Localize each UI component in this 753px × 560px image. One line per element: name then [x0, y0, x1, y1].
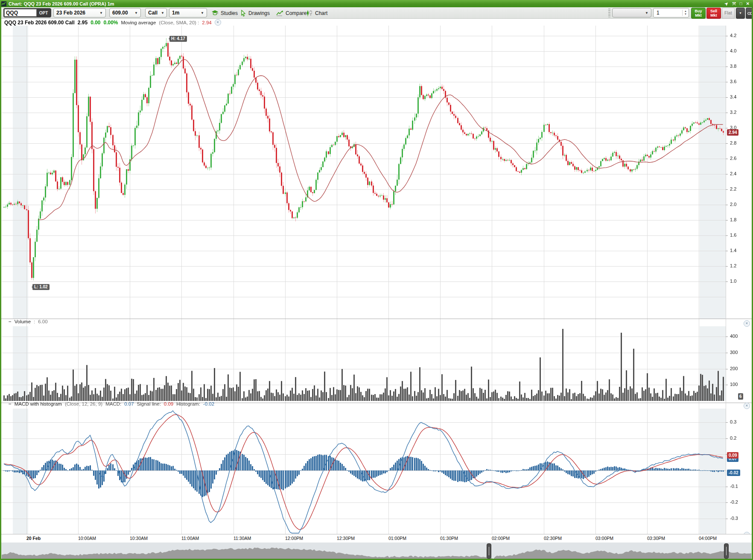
- symbol-input[interactable]: [4, 9, 37, 17]
- opt-badge[interactable]: OPT: [37, 11, 50, 15]
- volume-axis-tick-label: 400: [730, 334, 738, 339]
- signal-label: Signal line:: [137, 401, 161, 406]
- time-axis-label: 04:00PM: [699, 536, 717, 541]
- app-chart-icon: [1, 1, 6, 6]
- compare-button[interactable]: Compare: [276, 7, 306, 19]
- study-name[interactable]: Moving average: [121, 20, 156, 25]
- compare-label: Compare: [286, 10, 306, 16]
- order-menu-button[interactable]: ▼: [736, 8, 745, 19]
- chart-content: QQQ 23 Feb 2026 609.00 Call 2.95 0.00 0.…: [0, 19, 753, 560]
- session-low-badge: L: 1.02: [32, 284, 50, 290]
- price-axis-tick-label: 1.0: [730, 279, 736, 284]
- chart-label: Chart: [315, 10, 327, 16]
- chart-type-button[interactable]: Chart: [306, 7, 327, 19]
- time-axis-label: 03:00PM: [595, 536, 613, 541]
- chevron-down-icon: ▼: [642, 11, 648, 15]
- flat-button[interactable]: Flat: [722, 8, 735, 19]
- navigator-canvas[interactable]: [0, 543, 753, 560]
- study-params: (Close, SMA, 20) :: [159, 20, 199, 25]
- last-price: 2.95: [78, 20, 88, 26]
- macd-axis-tick-label: -0.2: [730, 499, 738, 505]
- price-axis-tick-label: 3.6: [730, 79, 736, 84]
- title-bar[interactable]: Chart: QQQ 23 Feb 2026 609.00 Call (OPRA…: [0, 0, 753, 7]
- time-axis-label: 01:00PM: [388, 536, 406, 541]
- quantity-stepper[interactable]: 1 ▲▼: [653, 8, 689, 17]
- quantity-value: 1: [654, 10, 682, 16]
- strike-value: 609.00: [112, 10, 128, 16]
- signal-value: 0.09: [164, 401, 173, 406]
- volume-title: Volume: [15, 319, 31, 324]
- window-title: Chart: QQQ 23 Feb 2026 609.00 Call (OPRA…: [9, 1, 114, 6]
- candlestick-icon: [306, 10, 313, 17]
- volume-close-button[interactable]: ×: [744, 320, 750, 327]
- account-select[interactable]: ▼: [612, 8, 651, 17]
- studies-button[interactable]: Studies: [211, 7, 238, 19]
- buy-mkt-button[interactable]: Buy Mkt: [691, 8, 706, 19]
- volume-colon: :: [34, 319, 35, 324]
- toolbar: OPT 23 Feb 2026▼ 609.00▼ Call▼ 1m▼ Studi…: [1, 7, 752, 19]
- spinner-arrows-icon[interactable]: ▲▼: [682, 10, 689, 16]
- time-axis-label: 02:30PM: [544, 536, 562, 541]
- price-axis-tick-label: 2.2: [730, 186, 736, 192]
- session-high-badge: H: 4.17: [169, 36, 187, 42]
- macd-header: − MACD with histogram (Close, 12, 26, 9)…: [9, 401, 214, 406]
- histogram-label: Histogram:: [176, 401, 200, 406]
- maximize-icon[interactable]: □: [740, 2, 742, 6]
- collapse-volume-icon[interactable]: −: [9, 319, 12, 324]
- close-icon[interactable]: ✕: [746, 2, 750, 6]
- time-axis-label: 01:30PM: [440, 536, 458, 541]
- macd-axis-tick-label: -0.1: [730, 484, 738, 489]
- time-axis-date-label: 20 Feb: [26, 536, 41, 541]
- time-axis-label: 11:30AM: [233, 536, 251, 541]
- expiry-select[interactable]: 23 Feb 2026▼: [53, 8, 106, 17]
- symbol-box: OPT: [3, 8, 51, 17]
- popout-icon[interactable]: ⤧: [733, 2, 736, 6]
- chart-legend: QQQ 23 Feb 2026 609.00 Call 2.95 0.00 0.…: [4, 19, 221, 26]
- navigator-left-handle[interactable]: [487, 543, 491, 559]
- volume-axis-tick-label: 300: [730, 350, 738, 355]
- histogram-axis-badge: -0.02: [727, 470, 740, 476]
- chevron-down-icon: ▼: [96, 11, 103, 15]
- macd-axis-tick-label: 0.3: [730, 419, 736, 424]
- time-axis-label: 10:30AM: [130, 536, 148, 541]
- chevron-down-icon: ▼: [158, 11, 164, 15]
- compare-lines-icon: [276, 10, 283, 16]
- price-axis-tick-label: 2.6: [730, 156, 736, 161]
- right-select[interactable]: Call▼: [145, 8, 167, 17]
- chart-navigator[interactable]: [0, 543, 753, 560]
- price-change: 0.00: [90, 20, 100, 26]
- time-axis-label: 03:30PM: [647, 536, 665, 541]
- study-value: 2.94: [202, 20, 211, 25]
- macd-close-button[interactable]: ×: [744, 403, 750, 409]
- price-axis-tick-label: 3.8: [730, 64, 736, 69]
- time-axis: 20 Feb10:00AM10:30AM11:00AM11:30AM12:00P…: [0, 534, 753, 543]
- strike-select[interactable]: 609.00▼: [109, 8, 141, 17]
- chart-canvas[interactable]: [0, 19, 753, 543]
- volume-axis-tick-label: 100: [730, 382, 738, 387]
- collapse-macd-icon[interactable]: −: [9, 401, 12, 406]
- drawings-button[interactable]: Drawings: [240, 7, 270, 19]
- window-border-left: [0, 7, 1, 560]
- cursor-icon: [240, 10, 246, 17]
- macd-label: MACD:: [105, 401, 121, 406]
- volume-value: 6.00: [38, 319, 47, 324]
- interval-select[interactable]: 1m▼: [169, 8, 207, 17]
- price-axis-tick-label: 1.2: [730, 263, 736, 268]
- price-change-pct: 0.00%: [103, 20, 118, 26]
- expiry-value: 23 Feb 2026: [56, 10, 85, 16]
- toolbar-grip[interactable]: [608, 9, 610, 17]
- pin-icon[interactable]: ➤: [724, 1, 730, 6]
- sell-mkt-button[interactable]: Sell Mkt: [706, 8, 721, 19]
- price-axis-tick-label: 2.4: [730, 171, 736, 176]
- price-axis-tick-label: 2.8: [730, 140, 736, 145]
- remove-study-button[interactable]: ×: [215, 19, 221, 26]
- price-axis-tick-label: 1.4: [730, 248, 736, 253]
- price-axis-tick-label: 1.8: [730, 217, 736, 222]
- signal-axis-badge: 0.09: [727, 452, 738, 458]
- last-price-axis-badge: 2.94: [727, 129, 738, 136]
- interval-value: 1m: [172, 10, 179, 16]
- chevron-down-icon: ▼: [197, 11, 204, 15]
- volume-header: − Volume : 6.00: [9, 319, 48, 324]
- histogram-value: -0.02: [203, 401, 214, 406]
- navigator-right-handle[interactable]: [724, 543, 729, 559]
